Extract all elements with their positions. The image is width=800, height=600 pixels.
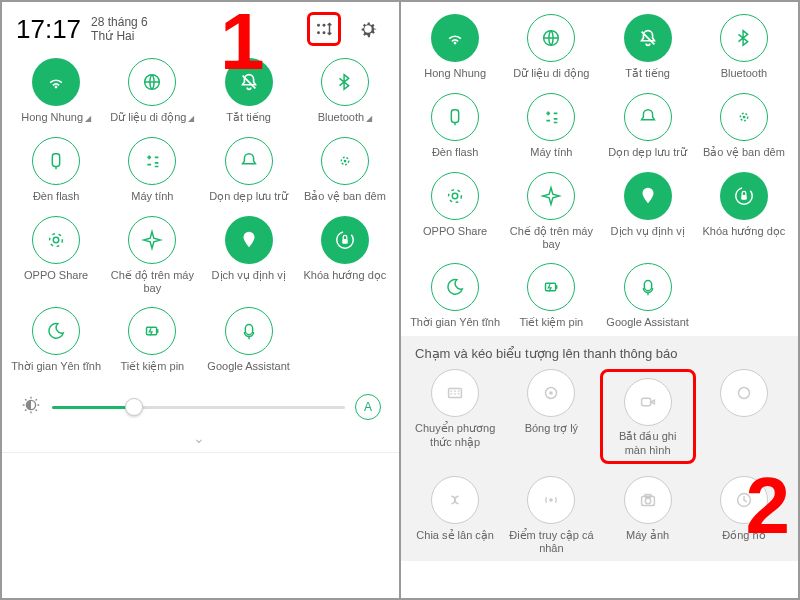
dnd-icon (444, 276, 466, 298)
location-toggle[interactable] (624, 172, 672, 220)
tile-night[interactable]: Bảo vệ ban đêm (696, 93, 792, 160)
assistant-toggle[interactable] (225, 307, 273, 355)
tile-bt[interactable]: Bluetooth◢ (297, 58, 393, 125)
tile-location[interactable]: Dịch vụ định vị (201, 216, 297, 295)
airplane-toggle[interactable] (527, 172, 575, 220)
wifi-toggle[interactable] (431, 14, 479, 62)
tile-bt[interactable]: Bluetooth (696, 14, 792, 81)
drag-handle[interactable]: ⌄ (2, 430, 399, 453)
svg-point-1 (323, 24, 326, 27)
tile-clean[interactable]: Dọn dẹp lưu trữ (201, 137, 297, 204)
battery-icon (141, 320, 163, 342)
mute-toggle[interactable] (624, 14, 672, 62)
wifi-icon (444, 27, 466, 49)
tile-hotspot[interactable]: Điểm truy cập cá nhân (503, 476, 599, 555)
share-toggle[interactable] (431, 172, 479, 220)
flash-toggle[interactable] (32, 137, 80, 185)
svg-point-11 (50, 234, 63, 247)
rotlock-toggle[interactable] (321, 216, 369, 264)
tile-assistant[interactable]: Google Assistant (600, 263, 696, 330)
night-toggle[interactable] (321, 137, 369, 185)
assistant-toggle[interactable] (624, 263, 672, 311)
svg-rect-20 (451, 110, 458, 123)
tile-airplane[interactable]: Chế độ trên máy bay (503, 172, 599, 251)
tile-rotlock[interactable]: Khóa hướng dọc (696, 172, 792, 251)
flash-toggle[interactable] (431, 93, 479, 141)
tile-wifi[interactable]: Hong Nhung (407, 14, 503, 81)
dnd-toggle[interactable] (431, 263, 479, 311)
clean-icon (238, 150, 260, 172)
tile-nearby[interactable]: Chia sẻ lân cận (407, 476, 503, 555)
tile-calc[interactable]: Máy tính (104, 137, 200, 204)
orb-icon (540, 382, 562, 404)
tile-clean[interactable]: Dọn dẹp lưu trữ (600, 93, 696, 160)
calc-toggle[interactable] (527, 93, 575, 141)
battery-toggle[interactable] (527, 263, 575, 311)
tile-dnd[interactable]: Thời gian Yên tĩnh (407, 263, 503, 330)
wifi-toggle[interactable] (32, 58, 80, 106)
gear-icon (357, 18, 379, 40)
tile-label: Bluetooth◢ (318, 111, 372, 125)
edit-tiles-button[interactable] (307, 12, 341, 46)
camera-toggle[interactable] (624, 476, 672, 524)
tile-label: Tắt tiếng (625, 67, 670, 81)
record-toggle[interactable] (624, 378, 672, 426)
tile-battery[interactable]: Tiết kiệm pin (104, 307, 200, 374)
tile-mute[interactable]: Tắt tiếng (600, 14, 696, 81)
input-toggle[interactable] (431, 369, 479, 417)
tile-input[interactable]: Chuyển phương thức nhập (407, 369, 503, 463)
hidden1-toggle[interactable] (720, 369, 768, 417)
orb-toggle[interactable] (527, 369, 575, 417)
tile-dnd[interactable]: Thời gian Yên tĩnh (8, 307, 104, 374)
active-tiles-grid: Hong NhungDữ liệu di độngTắt tiếngBlueto… (401, 8, 798, 336)
clean-toggle[interactable] (225, 137, 273, 185)
tile-location[interactable]: Dịch vụ định vị (600, 172, 696, 251)
bt-toggle[interactable] (720, 14, 768, 62)
tile-rotlock[interactable]: Khóa hướng dọc (297, 216, 393, 295)
tile-data[interactable]: Dữ liệu di động◢ (104, 58, 200, 125)
night-toggle[interactable] (720, 93, 768, 141)
tile-flash[interactable]: Đèn flash (8, 137, 104, 204)
share-toggle[interactable] (32, 216, 80, 264)
hotspot-toggle[interactable] (527, 476, 575, 524)
calc-toggle[interactable] (128, 137, 176, 185)
bt-toggle[interactable] (321, 58, 369, 106)
location-toggle[interactable] (225, 216, 273, 264)
tile-share[interactable]: OPPO Share (407, 172, 503, 251)
settings-button[interactable] (351, 12, 385, 46)
assistant-icon (238, 320, 260, 342)
tile-calc[interactable]: Máy tính (503, 93, 599, 160)
tile-wifi[interactable]: Hong Nhung◢ (8, 58, 104, 125)
tile-label: Google Assistant (207, 360, 290, 374)
data-toggle[interactable] (128, 58, 176, 106)
tile-camera[interactable]: Máy ảnh (600, 476, 696, 555)
tile-night[interactable]: Bảo vệ ban đêm (297, 137, 393, 204)
tile-label: Bóng trợ lý (525, 422, 578, 436)
nearby-toggle[interactable] (431, 476, 479, 524)
airplane-icon (540, 185, 562, 207)
dnd-toggle[interactable] (32, 307, 80, 355)
tile-label: Dữ liệu di động◢ (110, 111, 194, 125)
rotlock-toggle[interactable] (720, 172, 768, 220)
tile-flash[interactable]: Đèn flash (407, 93, 503, 160)
brightness-slider[interactable] (52, 406, 345, 409)
tile-record[interactable]: Bắt đầu ghi màn hình (600, 369, 696, 463)
tile-battery[interactable]: Tiết kiệm pin (503, 263, 599, 330)
svg-point-38 (645, 498, 651, 504)
clean-toggle[interactable] (624, 93, 672, 141)
tile-orb[interactable]: Bóng trợ lý (503, 369, 599, 463)
tile-label: Dọn dẹp lưu trữ (209, 190, 288, 204)
tile-share[interactable]: OPPO Share (8, 216, 104, 295)
tile-data[interactable]: Dữ liệu di động (503, 14, 599, 81)
tile-label: Hong Nhung (424, 67, 486, 81)
tile-hidden1[interactable] (696, 369, 792, 463)
tile-assistant[interactable]: Google Assistant (201, 307, 297, 374)
svg-rect-13 (342, 239, 348, 244)
data-toggle[interactable] (527, 14, 575, 62)
airplane-toggle[interactable] (128, 216, 176, 264)
annotation-2: 2 (746, 460, 791, 552)
tile-airplane[interactable]: Chế độ trên máy bay (104, 216, 200, 295)
battery-toggle[interactable] (128, 307, 176, 355)
tile-label: Tiết kiệm pin (121, 360, 185, 374)
auto-brightness-toggle[interactable]: A (355, 394, 381, 420)
